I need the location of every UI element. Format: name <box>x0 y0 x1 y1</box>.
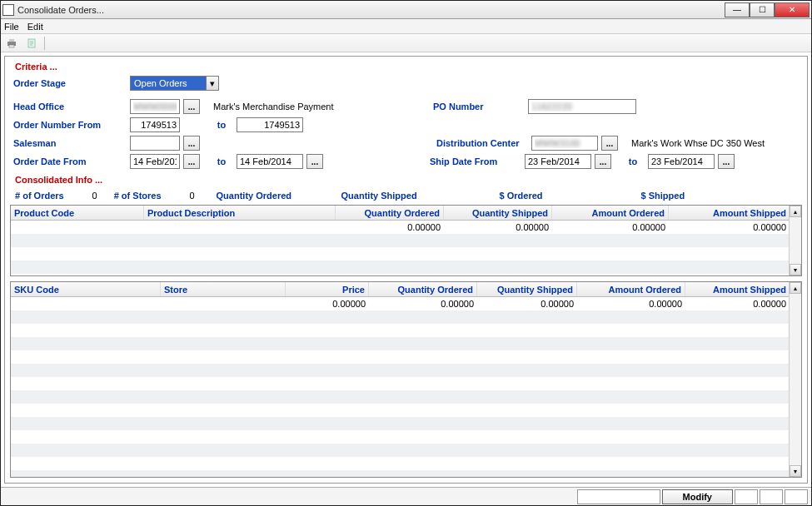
print-icon[interactable] <box>4 36 19 51</box>
col-store[interactable]: Store <box>161 282 286 296</box>
minimize-button[interactable]: — <box>725 2 750 17</box>
salesman-input[interactable] <box>130 136 180 151</box>
row-salesman: Salesman ... Distribution Center ... Mar… <box>10 135 802 151</box>
menu-bar: File Edit <box>1 19 811 34</box>
table-row[interactable] <box>11 417 801 430</box>
table-row[interactable] <box>11 444 801 457</box>
col-sku-amt-ship[interactable]: Amount Shipped <box>685 282 801 296</box>
label-num-orders: # of Orders <box>15 191 64 201</box>
table-row[interactable] <box>11 350 801 364</box>
scroll-down-icon[interactable]: ▾ <box>790 465 801 477</box>
table-row[interactable]: 0.00000 0.00000 0.00000 0.00000 <box>11 221 801 234</box>
col-sku-qty-ship[interactable]: Quantity Shipped <box>477 282 577 296</box>
col-amt-shipped[interactable]: Amount Shipped <box>669 206 801 220</box>
label-amt-shipped: $ Shipped <box>641 191 685 201</box>
scrollbar[interactable]: ▴ ▾ <box>789 206 801 275</box>
label-amt-ordered: $ Ordered <box>500 191 633 201</box>
dist-center-lookup-button[interactable]: ... <box>601 136 618 151</box>
table-row[interactable] <box>11 310 801 324</box>
scroll-up-icon[interactable]: ▴ <box>790 282 801 294</box>
table-row[interactable] <box>11 377 801 390</box>
order-date-to-picker-button[interactable]: ... <box>306 154 323 169</box>
menu-edit[interactable]: Edit <box>27 22 43 32</box>
window-title: Consolidate Orders... <box>17 5 725 15</box>
table-row[interactable] <box>11 430 801 444</box>
content-area: Criteria ... Order Stage Open Orders ▾ H… <box>1 52 811 487</box>
order-date-from-input[interactable] <box>130 154 180 169</box>
criteria-section-label: Criteria ... <box>15 62 802 72</box>
order-number-from-input[interactable] <box>130 117 180 132</box>
svg-rect-1 <box>9 39 14 42</box>
col-product-desc[interactable]: Product Description <box>144 206 336 220</box>
status-box-1 <box>577 489 660 504</box>
table-row[interactable] <box>11 260 801 274</box>
col-amt-ordered[interactable]: Amount Ordered <box>552 206 669 220</box>
modify-button[interactable]: Modify <box>662 489 733 504</box>
status-box-3 <box>760 489 783 504</box>
table-row[interactable]: 0.00000 0.00000 0.00000 0.00000 0.00000 <box>11 297 801 310</box>
order-stage-combo[interactable]: Open Orders ▾ <box>130 76 219 91</box>
svg-rect-2 <box>9 45 14 47</box>
label-order-number-to: to <box>210 120 233 130</box>
dist-center-description: Mark's Work Whse DC 350 West <box>631 138 765 148</box>
col-sku[interactable]: SKU Code <box>11 282 161 296</box>
col-sku-qty-ord[interactable]: Quantity Ordered <box>369 282 477 296</box>
product-grid-body[interactable]: 0.00000 0.00000 0.00000 0.00000 <box>11 221 801 276</box>
row-head-office: Head Office ... Mark's Merchandise Payme… <box>10 98 802 115</box>
table-row[interactable] <box>11 324 801 337</box>
label-qty-shipped: Quantity Shipped <box>341 191 491 201</box>
order-number-to-input[interactable] <box>237 117 303 132</box>
ship-date-to-input[interactable] <box>648 154 715 169</box>
table-row[interactable] <box>11 470 801 478</box>
col-price[interactable]: Price <box>286 282 369 296</box>
table-row[interactable] <box>11 234 801 247</box>
table-row[interactable] <box>11 337 801 350</box>
head-office-lookup-button[interactable]: ... <box>183 99 200 114</box>
scroll-down-icon[interactable]: ▾ <box>790 264 801 275</box>
label-po-number: PO Number <box>433 102 525 112</box>
col-product-code[interactable]: Product Code <box>11 206 144 220</box>
ship-date-from-picker-button[interactable]: ... <box>595 154 611 169</box>
table-row[interactable] <box>11 247 801 260</box>
cell-sku-amt-ord: 0.00000 <box>577 299 685 309</box>
menu-file[interactable]: File <box>4 22 19 32</box>
table-row[interactable] <box>11 364 801 377</box>
status-bar: Modify <box>1 487 811 505</box>
cell-qty-ship: 0.00000 <box>444 222 552 232</box>
cell-sku-amt-ship: 0.00000 <box>685 299 801 309</box>
label-head-office: Head Office <box>10 102 127 112</box>
scroll-up-icon[interactable]: ▴ <box>790 206 801 217</box>
maximize-button[interactable]: ☐ <box>750 2 775 17</box>
table-row[interactable] <box>11 404 801 417</box>
dropdown-icon[interactable]: ▾ <box>206 77 218 90</box>
order-date-to-input[interactable] <box>237 154 303 169</box>
col-sku-amt-ord[interactable]: Amount Ordered <box>577 282 685 296</box>
ship-date-from-input[interactable] <box>525 154 591 169</box>
label-order-date-to: to <box>210 156 233 166</box>
head-office-input[interactable] <box>130 99 180 114</box>
toolbar <box>1 34 811 52</box>
order-date-from-picker-button[interactable]: ... <box>183 154 200 169</box>
document-icon[interactable] <box>24 36 39 51</box>
scrollbar[interactable]: ▴ ▾ <box>789 282 801 477</box>
salesman-lookup-button[interactable]: ... <box>183 136 200 151</box>
col-qty-ordered[interactable]: Quantity Ordered <box>336 206 444 220</box>
sku-grid-body[interactable]: 0.00000 0.00000 0.00000 0.00000 0.00000 <box>11 297 801 478</box>
consolidated-summary-row: # of Orders 0 # of Stores 0 Quantity Ord… <box>15 188 802 203</box>
po-number-input[interactable] <box>528 99 636 114</box>
close-button[interactable]: ✕ <box>775 2 810 17</box>
label-num-stores: # of Stores <box>114 191 162 201</box>
dist-center-input[interactable] <box>531 136 598 151</box>
head-office-description: Mark's Merchandise Payment <box>213 102 430 112</box>
order-stage-value: Open Orders <box>131 77 206 90</box>
window-controls: — ☐ ✕ <box>725 2 810 17</box>
label-ship-date-to: to <box>621 156 645 166</box>
value-num-orders: 0 <box>72 191 97 201</box>
cell-amt-ship: 0.00000 <box>669 222 801 232</box>
value-num-stores: 0 <box>170 191 195 201</box>
label-ship-date-from: Ship Date From <box>430 156 521 166</box>
table-row[interactable] <box>11 390 801 404</box>
table-row[interactable] <box>11 457 801 470</box>
ship-date-to-picker-button[interactable]: ... <box>718 154 735 169</box>
col-qty-shipped[interactable]: Quantity Shipped <box>444 206 552 220</box>
